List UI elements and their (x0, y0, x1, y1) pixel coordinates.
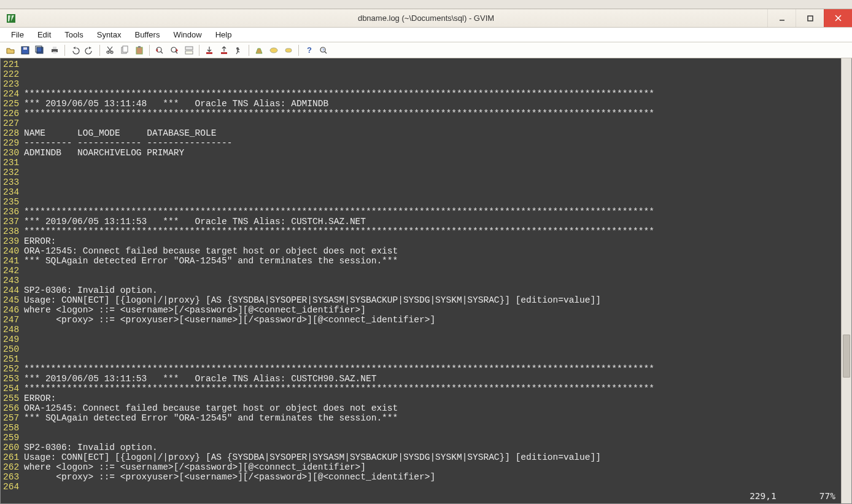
editor-area[interactable]: 2212222232242252262272282292302312322332… (0, 58, 852, 504)
vertical-scrollbar[interactable] (841, 58, 851, 503)
menu-window[interactable]: Window (167, 29, 207, 41)
cursor-position: 229,1 (749, 491, 776, 501)
menu-edit[interactable]: Edit (31, 29, 57, 41)
save-session-icon[interactable] (217, 44, 231, 56)
code-line[interactable] (24, 266, 841, 276)
code-line[interactable] (24, 187, 841, 197)
window-title: dbname.log (~\Documents\sql) - GVIM (0, 14, 852, 23)
code-line[interactable] (24, 79, 841, 89)
code-line[interactable] (24, 482, 841, 492)
code-line[interactable] (24, 177, 841, 187)
code-line[interactable] (24, 344, 841, 354)
save-icon[interactable] (18, 44, 32, 56)
find-next-icon[interactable] (168, 44, 181, 56)
code-line[interactable]: *** 2019/06/05 13:11:53 *** Oracle TNS A… (24, 374, 841, 384)
code-line[interactable]: ****************************************… (24, 364, 841, 374)
save-all-icon[interactable] (33, 44, 47, 56)
gvim-app-icon (6, 14, 16, 23)
code-line[interactable]: SP2-0306: Invalid option. (24, 285, 841, 295)
code-line[interactable] (24, 118, 841, 128)
code-line[interactable]: ****************************************… (24, 109, 841, 118)
undo-icon[interactable] (68, 44, 82, 56)
code-line[interactable] (24, 433, 841, 443)
paste-icon[interactable] (133, 44, 146, 56)
shell-icon[interactable] (267, 44, 281, 56)
line-number: 228 (3, 128, 19, 138)
menu-file[interactable]: File (5, 29, 30, 41)
svg-rect-11 (53, 52, 56, 53)
run-script-icon[interactable] (232, 44, 246, 56)
code-line[interactable] (24, 69, 841, 79)
line-number: 223 (3, 79, 19, 89)
svg-text:?: ? (322, 47, 325, 53)
copy-icon[interactable] (118, 44, 131, 56)
svg-point-25 (270, 48, 277, 53)
code-line[interactable]: Usage: CONN[ECT] [{logon|/|proxy} [AS {S… (24, 452, 841, 462)
svg-text:?: ? (307, 45, 312, 55)
svg-rect-10 (53, 47, 56, 49)
code-line[interactable] (24, 325, 841, 335)
code-line[interactable]: SP2-0306: Invalid option. (24, 443, 841, 452)
background-tab-strip (0, 0, 852, 9)
make-icon[interactable] (252, 44, 266, 56)
help-icon[interactable]: ? (302, 44, 316, 56)
code-line[interactable]: where <logon> ::= <username>[/<password>… (24, 305, 841, 315)
line-number: 244 (3, 285, 19, 295)
svg-rect-17 (138, 46, 141, 48)
code-line[interactable]: Usage: CONN[ECT] [{logon|/|proxy} [AS {S… (24, 295, 841, 305)
line-number: 229 (3, 138, 19, 148)
svg-rect-20 (185, 47, 193, 50)
maximize-button[interactable] (796, 9, 824, 27)
code-line[interactable] (24, 276, 841, 285)
open-icon[interactable] (4, 44, 17, 56)
load-session-icon[interactable] (203, 44, 216, 56)
line-number: 224 (3, 89, 19, 99)
redo-icon[interactable] (83, 44, 96, 56)
toolbar-separator (249, 45, 249, 56)
code-line[interactable]: ERROR: (24, 394, 841, 403)
print-icon[interactable] (48, 44, 61, 56)
line-number: 241 (3, 256, 19, 266)
code-line[interactable]: ORA-12545: Connect failed because target… (24, 246, 841, 256)
code-line[interactable] (24, 423, 841, 433)
code-line[interactable]: ORA-12545: Connect failed because target… (24, 403, 841, 413)
close-button[interactable] (824, 9, 852, 27)
svg-rect-2 (808, 16, 813, 21)
code-line[interactable]: *** 2019/06/05 13:11:48 *** Oracle TNS A… (24, 99, 841, 109)
code-line[interactable]: ****************************************… (24, 227, 841, 236)
code-line[interactable]: <proxy> ::= <proxyuser>[<username>][/<pa… (24, 315, 841, 325)
code-line[interactable]: <proxy> ::= <proxyuser>[<username>][/<pa… (24, 472, 841, 482)
code-line[interactable]: where <logon> ::= <username>[/<password>… (24, 462, 841, 472)
code-line[interactable]: *** SQLAgain detected Error "ORA-12545" … (24, 256, 841, 266)
code-line[interactable] (24, 354, 841, 364)
replace-icon[interactable] (182, 44, 196, 56)
code-content[interactable]: ****************************************… (20, 58, 841, 503)
code-line[interactable]: ****************************************… (24, 207, 841, 217)
code-line[interactable] (24, 60, 841, 69)
code-line[interactable] (24, 168, 841, 177)
tag-icon[interactable] (282, 44, 295, 56)
find-prev-icon[interactable] (153, 44, 166, 56)
code-line[interactable]: ****************************************… (24, 89, 841, 99)
code-line[interactable]: ****************************************… (24, 384, 841, 394)
code-line[interactable] (24, 197, 841, 207)
menu-buffers[interactable]: Buffers (128, 29, 166, 41)
svg-rect-21 (185, 51, 193, 54)
scrollbar-thumb[interactable] (843, 335, 850, 378)
code-line[interactable]: ERROR: (24, 236, 841, 246)
toolbar-separator (149, 45, 150, 56)
line-number: 253 (3, 374, 19, 384)
minimize-button[interactable] (767, 9, 796, 27)
code-line[interactable]: *** SQLAgain detected Error "ORA-12545" … (24, 413, 841, 423)
menu-tools[interactable]: Tools (58, 29, 89, 41)
code-line[interactable]: ADMINDB NOARCHIVELOG PRIMARY (24, 148, 841, 158)
cut-icon[interactable] (103, 44, 117, 56)
code-line[interactable]: NAME LOG_MODE DATABASE_ROLE (24, 128, 841, 138)
code-line[interactable]: --------- ------------ ---------------- (24, 138, 841, 148)
menu-help[interactable]: Help (209, 29, 238, 41)
code-line[interactable] (24, 335, 841, 344)
find-help-icon[interactable]: ? (317, 44, 330, 56)
menu-syntax[interactable]: Syntax (91, 29, 128, 41)
code-line[interactable] (24, 158, 841, 168)
code-line[interactable]: *** 2019/06/05 13:11:53 *** Oracle TNS A… (24, 217, 841, 227)
